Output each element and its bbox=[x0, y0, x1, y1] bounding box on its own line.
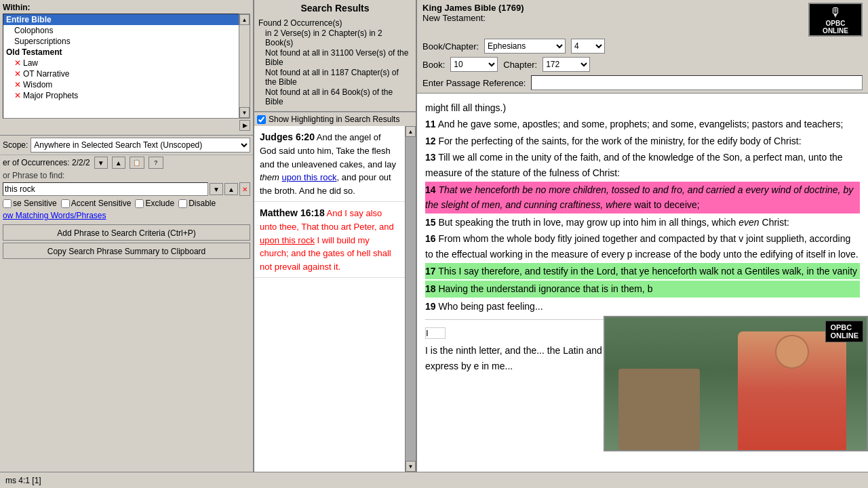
search-down-btn[interactable]: ▼ bbox=[210, 183, 223, 195]
result-item-judges[interactable]: Judges 6:20 And the angel of God said un… bbox=[254, 126, 405, 202]
show-words-row: ow Matching Words/Phrases bbox=[0, 209, 253, 222]
search-up-btn[interactable]: ▲ bbox=[224, 183, 238, 195]
case-sensitive-checkbox[interactable] bbox=[3, 199, 12, 208]
verse-14: 14 That we henceforth be no more childre… bbox=[425, 182, 860, 214]
book-label: Book: bbox=[422, 60, 445, 70]
exclude-label: Exclude bbox=[145, 199, 174, 208]
tree-item-colophons[interactable]: Colophons bbox=[3, 25, 239, 36]
results-scrollbar[interactable]: ▲ ▼ bbox=[405, 126, 416, 472]
case-sensitive-label: se Sensitive bbox=[13, 199, 57, 208]
found-count: Found 2 Occurrence(s) bbox=[258, 18, 412, 28]
results-scroll-thumb[interactable] bbox=[406, 137, 416, 461]
bible-version: King James Bible (1769) bbox=[422, 3, 524, 13]
verse-15: 15 But speaking the truth in love, may g… bbox=[425, 215, 860, 230]
add-phrase-btn[interactable]: Add Phrase to Search Criteria (Ctrl+P) bbox=[3, 224, 250, 241]
case-sensitive-check[interactable]: se Sensitive bbox=[3, 199, 57, 208]
verse-18: 18 Having the understandi ignorance that… bbox=[425, 281, 860, 297]
accent-sensitive-label: Accent Sensitive bbox=[71, 199, 132, 208]
tree-item-ot-narrative[interactable]: ✕OT Narrative bbox=[3, 68, 239, 79]
right-panel: King James Bible (1769) New Testament: 🎙… bbox=[417, 0, 868, 472]
next-occurrence-btn[interactable]: ▲ bbox=[112, 157, 125, 169]
video-logo-text2: ONLINE bbox=[830, 331, 859, 340]
result-item-matthew[interactable]: Matthew 16:18 And I say also unto thee, … bbox=[254, 202, 405, 278]
video-person-head bbox=[775, 335, 809, 369]
copy-phrase-btn[interactable]: Copy Search Phrase Summary to Clipboard bbox=[3, 243, 250, 259]
search-clear-btn[interactable]: ✕ bbox=[239, 182, 250, 196]
video-person-figure bbox=[738, 331, 846, 450]
book-select[interactable]: 10 bbox=[450, 57, 498, 72]
search-input[interactable] bbox=[3, 182, 208, 196]
search-results-header: Search Results Found 2 Occurrence(s) in … bbox=[254, 0, 416, 112]
results-wrapper: Judges 6:20 And the angel of God said un… bbox=[254, 126, 416, 472]
i-input[interactable] bbox=[425, 327, 446, 339]
occurrences-row: er of Occurrences: 2/2/2 ▼ ▲ 📋 ? bbox=[0, 155, 253, 170]
exclude-check[interactable]: Exclude bbox=[135, 199, 174, 208]
bible-info: King James Bible (1769) New Testament: bbox=[422, 3, 524, 23]
scope-label: Scope: bbox=[3, 140, 28, 150]
chapter-select[interactable]: 172 bbox=[542, 57, 590, 72]
accent-sensitive-check[interactable]: Accent Sensitive bbox=[61, 199, 132, 208]
status-bar: ms 4:1 [1] bbox=[0, 472, 868, 488]
copy-occurrence-btn[interactable]: 📋 bbox=[130, 157, 144, 169]
within-label: Within: bbox=[3, 3, 250, 12]
right-header-top: King James Bible (1769) New Testament: 🎙… bbox=[422, 3, 863, 37]
results-scroll-down[interactable]: ▼ bbox=[406, 461, 416, 472]
video-logo-text1: OPBC bbox=[830, 323, 859, 331]
scope-select[interactable]: Anywhere in Selected Search Text (Unscop… bbox=[31, 138, 250, 152]
search-stats: Found 2 Occurrence(s) in 2 Verse(s) in 2… bbox=[257, 16, 413, 108]
passage-label: Enter Passage Reference: bbox=[422, 78, 526, 88]
disable-checkbox[interactable] bbox=[178, 199, 187, 208]
within-scroll-down[interactable]: ▼ bbox=[239, 107, 250, 118]
chapter-num-select[interactable]: 4 bbox=[571, 39, 605, 54]
video-bg-picture bbox=[618, 369, 700, 450]
tree-item-entire-bible[interactable]: Entire Bible bbox=[3, 14, 239, 25]
opbc-mic-icon: 🎙 bbox=[829, 5, 842, 20]
not-found3: Not found at all in 64 Book(s) of the Bi… bbox=[258, 87, 412, 106]
book-number-row: Book: 10 Chapter: 172 bbox=[422, 57, 863, 72]
disable-label: Disable bbox=[189, 199, 216, 208]
tree-item-major-prophets[interactable]: ✕Major Prophets bbox=[3, 90, 239, 101]
show-highlighting-row: Show Highlighting in Search Results bbox=[254, 112, 416, 126]
tree-item-law[interactable]: ✕Law bbox=[3, 58, 239, 68]
verse-11: 11 And he gave some, apostles; and some,… bbox=[425, 117, 860, 131]
accent-sensitive-checkbox[interactable] bbox=[61, 199, 70, 208]
within-scroll-up[interactable]: ▲ bbox=[239, 14, 250, 25]
disable-check[interactable]: Disable bbox=[178, 199, 216, 208]
scope-row: Scope: Anywhere in Selected Search Text … bbox=[0, 136, 253, 155]
search-results-title: Search Results bbox=[257, 3, 413, 14]
in-verses: in 2 Verse(s) in 2 Chapter(s) in 2 Book(… bbox=[258, 28, 412, 47]
chapter-label: Chapter: bbox=[503, 60, 537, 70]
tree-item-old-testament[interactable]: Old Testament bbox=[3, 47, 239, 58]
book-chapter-label: Book/Chapter: bbox=[422, 41, 479, 52]
results-list[interactable]: Judges 6:20 And the angel of God said un… bbox=[254, 126, 405, 472]
verse-intro: might fill all things.) bbox=[425, 100, 860, 115]
within-scroll-thumb[interactable] bbox=[239, 25, 250, 107]
expand-arrow-button[interactable]: ▶ bbox=[239, 120, 250, 131]
occurrence-info-btn[interactable]: ? bbox=[149, 157, 163, 169]
tree-item-superscriptions[interactable]: Superscriptions bbox=[3, 36, 239, 47]
within-tree[interactable]: Entire Bible Colophons Superscriptions O… bbox=[3, 14, 239, 119]
verse-13: 13 Till we all come in the unity of the … bbox=[425, 150, 860, 180]
video-opbc-logo: OPBC ONLINE bbox=[825, 321, 863, 342]
right-header: King James Bible (1769) New Testament: 🎙… bbox=[417, 0, 868, 94]
opbc-logo: 🎙 OPBC ONLINE bbox=[808, 3, 863, 37]
show-highlighting-checkbox[interactable] bbox=[257, 115, 266, 124]
action-buttons: Add Phrase to Search Criteria (Ctrl+P) C… bbox=[0, 222, 253, 262]
not-found2: Not found at all in 1187 Chapter(s) of t… bbox=[258, 68, 412, 87]
show-highlighting-label: Show Highlighting in Search Results bbox=[269, 115, 399, 124]
verse-16: 16 From whom the whole body fitly joined… bbox=[425, 231, 860, 262]
results-scroll-up[interactable]: ▲ bbox=[406, 126, 416, 137]
show-words-link[interactable]: ow Matching Words/Phrases bbox=[3, 211, 106, 220]
opbc-logo-text2: ONLINE bbox=[823, 27, 848, 35]
search-phrase-label: or Phrase to find: bbox=[0, 170, 253, 181]
testament-info: New Testament: bbox=[422, 13, 524, 23]
prev-occurrence-btn[interactable]: ▼ bbox=[94, 157, 108, 169]
within-scrollbar[interactable]: ▲ ▼ bbox=[239, 14, 250, 119]
passage-input[interactable] bbox=[531, 75, 863, 90]
checkboxes-row: se Sensitive Accent Sensitive Exclude Di… bbox=[0, 197, 253, 209]
exclude-checkbox[interactable] bbox=[135, 199, 144, 208]
book-chapter-row: Book/Chapter: Ephesians 4 bbox=[422, 39, 863, 54]
video-content: OPBC ONLINE bbox=[605, 317, 867, 450]
tree-item-wisdom[interactable]: ✕Wisdom bbox=[3, 79, 239, 90]
book-chapter-select[interactable]: Ephesians bbox=[484, 39, 566, 54]
